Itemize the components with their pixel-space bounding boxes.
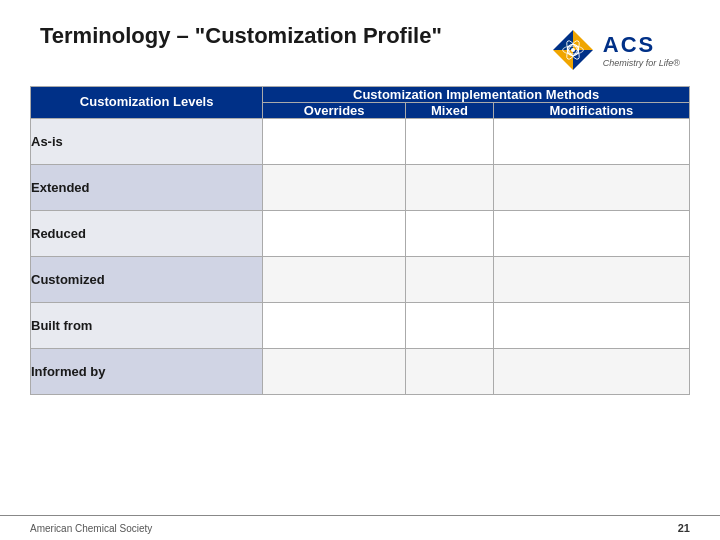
row-label-extended: Extended (31, 165, 263, 211)
logo-area: ACS Chemistry for Life® (549, 22, 680, 74)
customization-table: Customization Levels Customization Imple… (30, 86, 690, 395)
table-row: As-is (31, 119, 690, 165)
table-row: Built from (31, 303, 690, 349)
cell-informed-by-overrides (263, 349, 406, 395)
cell-reduced-modifications (493, 211, 689, 257)
row-label-reduced: Reduced (31, 211, 263, 257)
col-header-overrides: Overrides (263, 103, 406, 119)
cell-as-is-overrides (263, 119, 406, 165)
cell-customized-modifications (493, 257, 689, 303)
cell-as-is-mixed (406, 119, 494, 165)
header: Terminology – "Customization Profile" (0, 0, 720, 86)
cell-built-from-overrides (263, 303, 406, 349)
cell-reduced-overrides (263, 211, 406, 257)
impl-header-cell: Customization Implementation Methods (263, 87, 690, 103)
cell-as-is-modifications (493, 119, 689, 165)
cell-customized-overrides (263, 257, 406, 303)
cell-extended-overrides (263, 165, 406, 211)
logo-text-area: ACS Chemistry for Life® (603, 32, 680, 68)
col-header-modifications: Modifications (493, 103, 689, 119)
footer: American Chemical Society 21 (0, 515, 720, 540)
table-row: Customized (31, 257, 690, 303)
page: Terminology – "Customization Profile" (0, 0, 720, 540)
main-content: Customization Levels Customization Imple… (0, 86, 720, 515)
footer-page-number: 21 (678, 522, 690, 534)
cell-reduced-mixed (406, 211, 494, 257)
cell-extended-modifications (493, 165, 689, 211)
row-label-informed-by: Informed by (31, 349, 263, 395)
table-header-row-1: Customization Levels Customization Imple… (31, 87, 690, 103)
cell-informed-by-mixed (406, 349, 494, 395)
table-row: Informed by (31, 349, 690, 395)
levels-header-cell: Customization Levels (31, 87, 263, 119)
acs-tagline: Chemistry for Life® (603, 58, 680, 68)
table-row: Extended (31, 165, 690, 211)
page-title: Terminology – "Customization Profile" (40, 22, 442, 51)
cell-built-from-mixed (406, 303, 494, 349)
row-label-built-from: Built from (31, 303, 263, 349)
cell-informed-by-modifications (493, 349, 689, 395)
table-row: Reduced (31, 211, 690, 257)
svg-point-9 (571, 48, 575, 52)
acs-acronym: ACS (603, 32, 655, 58)
cell-built-from-modifications (493, 303, 689, 349)
row-label-customized: Customized (31, 257, 263, 303)
cell-extended-mixed (406, 165, 494, 211)
row-label-as-is: As-is (31, 119, 263, 165)
footer-org: American Chemical Society (30, 523, 152, 534)
acs-logo-icon (549, 26, 597, 74)
col-header-mixed: Mixed (406, 103, 494, 119)
cell-customized-mixed (406, 257, 494, 303)
